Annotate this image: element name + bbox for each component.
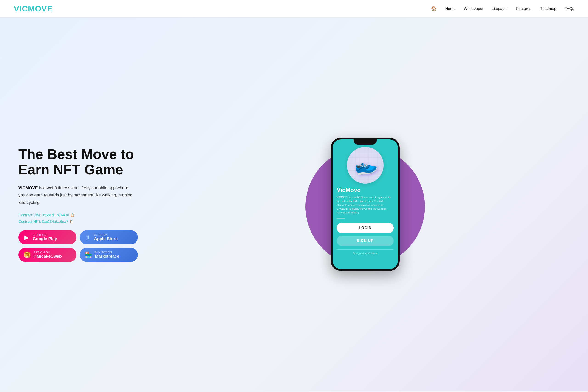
phone-notch <box>354 140 377 144</box>
pancakeswap-label-main: PancakeSwap <box>33 254 62 259</box>
apple-store-text: GET IT ON Apple Store <box>94 234 118 241</box>
nav-whitepaper[interactable]: Whitepaper <box>464 6 484 11</box>
home-icon[interactable]: 🏠 <box>431 6 437 12</box>
hero-right: 👟 VicMove VICMOVE is a web3 fitness and … <box>156 135 574 273</box>
marketplace-label-top: BUY BOX ON <box>95 251 119 254</box>
nav-roadmap[interactable]: Roadmap <box>540 6 556 11</box>
store-buttons: ▶ GET IT ON Google Play  GET IT ON Appl… <box>18 230 138 262</box>
phone-app-description: VICMOVE is a web3 fitness and lifestyle … <box>337 195 394 214</box>
phone-progress-bar <box>337 218 345 219</box>
phone-login-button[interactable]: LOGIN <box>337 223 394 233</box>
contract-nft[interactable]: Contract NFT: 0xc184af...6ea7 📋 <box>18 220 156 224</box>
contract-vim-text: Contract VIM: 0x5bcd...b76e30 <box>18 213 69 217</box>
brand-name: VICMOVE <box>18 186 38 190</box>
phone-footer: Designed by VicMove <box>337 252 394 254</box>
pancake-icon: 🥞 <box>23 252 31 258</box>
logo: VICMOVE <box>14 4 52 13</box>
phone-divider <box>337 249 394 250</box>
hero-section: The Best Move to Earn NFT Game VICMOVE i… <box>0 18 588 391</box>
hero-description: VICMOVE is a web3 fitness and lifestyle … <box>18 184 133 206</box>
nav-faqs[interactable]: FAQs <box>565 6 574 11</box>
pancakeswap-button[interactable]: 🥞 GET VIM ON PancakeSwap <box>18 248 76 262</box>
marketplace-text: BUY BOX ON Marketplace <box>95 251 119 259</box>
phone-app-title: VicMove <box>337 187 394 194</box>
google-play-button[interactable]: ▶ GET IT ON Google Play <box>18 230 76 244</box>
apple-icon:  <box>85 234 91 240</box>
header: VICMOVE 🏠 Home Whitepaper Litepaper Feat… <box>0 0 588 18</box>
nav-home[interactable]: Home <box>445 6 456 11</box>
marketplace-button[interactable]: 🏪 BUY BOX ON Marketplace <box>80 248 138 262</box>
google-play-text: GET IT ON Google Play <box>33 234 57 241</box>
nav-litepaper[interactable]: Litepaper <box>492 6 508 11</box>
contract-info: Contract VIM: 0x5bcd...b76e30 📋 Contract… <box>18 213 156 224</box>
nav-features[interactable]: Features <box>516 6 531 11</box>
apple-store-button[interactable]:  GET IT ON Apple Store <box>80 230 138 244</box>
copy-vim-icon[interactable]: 📋 <box>70 213 75 217</box>
pancakeswap-text: GET VIM ON PancakeSwap <box>33 251 62 259</box>
phone-mockup: 👟 VicMove VICMOVE is a web3 fitness and … <box>331 138 400 271</box>
contract-nft-text: Contract NFT: 0xc184af...6ea7 <box>18 220 68 224</box>
apple-store-label-main: Apple Store <box>94 236 118 241</box>
hero-title: The Best Move to Earn NFT Game <box>18 146 156 178</box>
google-play-label-main: Google Play <box>33 236 57 241</box>
google-play-label-top: GET IT ON <box>33 234 57 236</box>
phone-signup-button[interactable]: SIGN UP <box>337 236 394 246</box>
phone-screen-content: 👟 VicMove VICMOVE is a web3 fitness and … <box>333 144 398 269</box>
marketplace-icon: 🏪 <box>85 252 92 258</box>
google-play-icon: ▶ <box>23 234 30 241</box>
main-nav: 🏠 Home Whitepaper Litepaper Features Roa… <box>431 6 574 12</box>
sneaker-display-circle: 👟 <box>347 147 384 184</box>
copy-nft-icon[interactable]: 📋 <box>69 220 74 224</box>
hero-left: The Best Move to Earn NFT Game VICMOVE i… <box>18 146 156 262</box>
contract-vim[interactable]: Contract VIM: 0x5bcd...b76e30 📋 <box>18 213 156 217</box>
marketplace-label-main: Marketplace <box>95 254 119 259</box>
pancakeswap-label-top: GET VIM ON <box>33 251 62 254</box>
apple-store-label-top: GET IT ON <box>94 234 118 236</box>
